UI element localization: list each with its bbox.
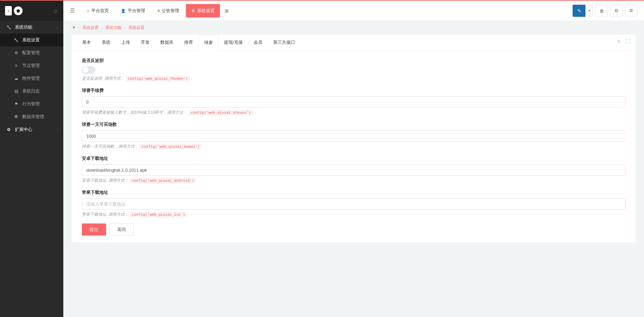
- help-code: config('web_qiusai_android'): [130, 178, 196, 183]
- tab-thirdparty[interactable]: 第三方接口: [268, 35, 300, 50]
- tab-recommend[interactable]: 推荐: [179, 35, 198, 50]
- open-frontend-button[interactable]: [610, 5, 622, 17]
- tab-qiusai[interactable]: 球赛: [198, 35, 219, 51]
- extension-icon: [6, 127, 11, 132]
- sidebar-section-label: 扩展中心: [15, 127, 32, 133]
- logo: ♕: [5, 6, 23, 15]
- theme-dropdown[interactable]: ▾: [573, 5, 593, 17]
- sidebar-item-label: 配置管理: [22, 50, 40, 56]
- sidebar-item-label: 系统日志: [22, 88, 40, 94]
- help-code: config('web_qiusai_ios'): [130, 212, 187, 217]
- sidebar-item-attachment[interactable]: 附件管理: [0, 72, 63, 85]
- nav-announcement[interactable]: 公告管理: [152, 4, 185, 17]
- announcement-icon: [157, 8, 160, 13]
- form-group-ios: 苹果下载地址 苹果下载地址, 调用方式： config('web_qiusai_…: [82, 189, 625, 217]
- sidebar-item-label: 行为管理: [22, 101, 40, 107]
- sidebar-section-system[interactable]: 系统功能: [0, 21, 63, 34]
- label-android: 安卓下载地址: [82, 155, 625, 162]
- back-button[interactable]: 返回: [109, 223, 134, 236]
- nav-label: 平台管理: [128, 8, 145, 14]
- sidebar-section-label: 系统功能: [15, 24, 32, 30]
- sidebar-item-log[interactable]: 系统日志: [0, 85, 63, 98]
- header-right: ▾: [573, 5, 637, 17]
- form-group-shouxu: 球赛手续费 球赛手续费直接输入数字，如10%输入10即可，调用方法： confi…: [82, 87, 625, 115]
- nav-home[interactable]: 平台首页: [82, 4, 114, 17]
- home-icon: [87, 8, 89, 13]
- menu-toggle[interactable]: [70, 7, 75, 14]
- help-kemai: 球赛一天可买场数，调用方式： config('web_qiusai_kemai'…: [82, 144, 625, 149]
- breadcrumb-sep: ›: [124, 26, 126, 30]
- input-ios[interactable]: [82, 198, 625, 210]
- main-area: 平台首页 平台管理 公告管理 系统设置: [63, 1, 644, 317]
- label-ios: 苹果下载地址: [82, 189, 625, 196]
- button-row: 提交 返回: [82, 223, 625, 236]
- tab-tools: [617, 39, 631, 44]
- toggle-fbodan[interactable]: [82, 66, 95, 74]
- log-icon: [13, 89, 19, 94]
- nav-label: 系统设置: [197, 8, 215, 14]
- form: 是否反波胆 是否反波胆, 调用方式： config('web_qiusai_fb…: [72, 51, 636, 242]
- user-icon: [121, 8, 126, 13]
- flag-icon: [13, 102, 19, 106]
- theme-drop-icon[interactable]: [54, 8, 57, 13]
- bars-icon: [630, 7, 633, 14]
- sidebar-item-config[interactable]: 配置管理: [0, 46, 63, 59]
- input-android[interactable]: [82, 164, 625, 176]
- wrench-icon: [6, 25, 11, 30]
- input-kemai[interactable]: [82, 130, 625, 142]
- help-android: 安卓下载地址, 调用方式： config('web_qiusai_android…: [82, 178, 625, 183]
- clear-cache-button[interactable]: [595, 5, 608, 17]
- nav-apps-grid[interactable]: [221, 4, 232, 17]
- tabs: 基本 系统 上传 开发 数据库 推荐 球赛 提现/充值 会员 第三方接口: [72, 35, 636, 51]
- sidebar-item-label: 节点管理: [22, 63, 40, 69]
- help-fbodan: 是否反波胆, 调用方式： config('web_qiusai_fbodan'): [82, 76, 625, 81]
- refresh-icon[interactable]: [617, 39, 621, 44]
- trash-icon: [600, 8, 604, 13]
- nav-label: 公告管理: [162, 8, 179, 14]
- breadcrumb-item[interactable]: 系统设置: [83, 25, 99, 31]
- nav-system-settings[interactable]: 系统设置: [186, 4, 220, 17]
- help-text: 球赛一天可买场数，调用方式：: [82, 144, 138, 149]
- logo-badge: ♕: [5, 6, 12, 15]
- panel: 基本 系统 上传 开发 数据库 推荐 球赛 提现/充值 会员 第三方接口 是否反…: [72, 35, 636, 242]
- grid-icon: [225, 8, 229, 13]
- help-text: 球赛手续费直接输入数字，如10%输入10即可，调用方法：: [82, 110, 187, 115]
- tab-basic[interactable]: 基本: [77, 35, 96, 50]
- input-shouxu[interactable]: [82, 96, 625, 108]
- sliders-icon: [13, 50, 19, 55]
- form-group-android: 安卓下载地址 安卓下载地址, 调用方式： config('web_qiusai_…: [82, 155, 625, 183]
- sidebar-item-label: 系统设置: [22, 37, 40, 43]
- tab-system[interactable]: 系统: [96, 35, 116, 50]
- help-shouxu: 球赛手续费直接输入数字，如10%输入10即可，调用方法： config('web…: [82, 110, 625, 115]
- tab-upload[interactable]: 上传: [116, 35, 135, 50]
- sidebar-item-action[interactable]: 行为管理: [0, 98, 63, 110]
- help-text: 安卓下载地址, 调用方式：: [82, 178, 129, 183]
- help-ios: 苹果下载地址, 调用方式： config('web_qiusai_ios'): [82, 212, 625, 217]
- soccer-icon: [14, 6, 23, 15]
- expand-icon[interactable]: [626, 39, 631, 44]
- breadcrumb-item[interactable]: 系统功能: [105, 25, 122, 31]
- wrench-icon: [13, 38, 19, 42]
- sidebar-item-node[interactable]: 节点管理: [0, 59, 63, 72]
- nav-label: 平台首页: [91, 8, 109, 14]
- label-shouxu: 球赛手续费: [82, 87, 625, 94]
- toggle-layout-button[interactable]: [625, 5, 637, 17]
- tab-database[interactable]: 数据库: [155, 35, 179, 50]
- tab-withdraw[interactable]: 提现/充值: [219, 35, 248, 50]
- sidebar-item-database[interactable]: 数据库管理: [0, 110, 63, 123]
- nav-platform-manage[interactable]: 平台管理: [116, 4, 151, 17]
- submit-button[interactable]: 提交: [82, 223, 106, 236]
- tab-member[interactable]: 会员: [248, 35, 268, 50]
- paint-icon: [577, 8, 581, 13]
- breadcrumb-sep: ›: [101, 26, 103, 30]
- breadcrumb-item[interactable]: 系统设置: [128, 25, 144, 31]
- tab-dev[interactable]: 开发: [135, 35, 155, 50]
- external-icon: [615, 8, 618, 13]
- logo-area[interactable]: ♕: [0, 1, 63, 21]
- caret-down-icon: ▾: [588, 9, 590, 12]
- label-fbodan: 是否反波胆: [82, 58, 625, 64]
- sidebar-section-extensions[interactable]: 扩展中心: [0, 123, 63, 136]
- database-icon: [13, 114, 19, 119]
- chevron-down-icon: [56, 26, 58, 29]
- sidebar-item-system-settings[interactable]: 系统设置: [0, 34, 63, 46]
